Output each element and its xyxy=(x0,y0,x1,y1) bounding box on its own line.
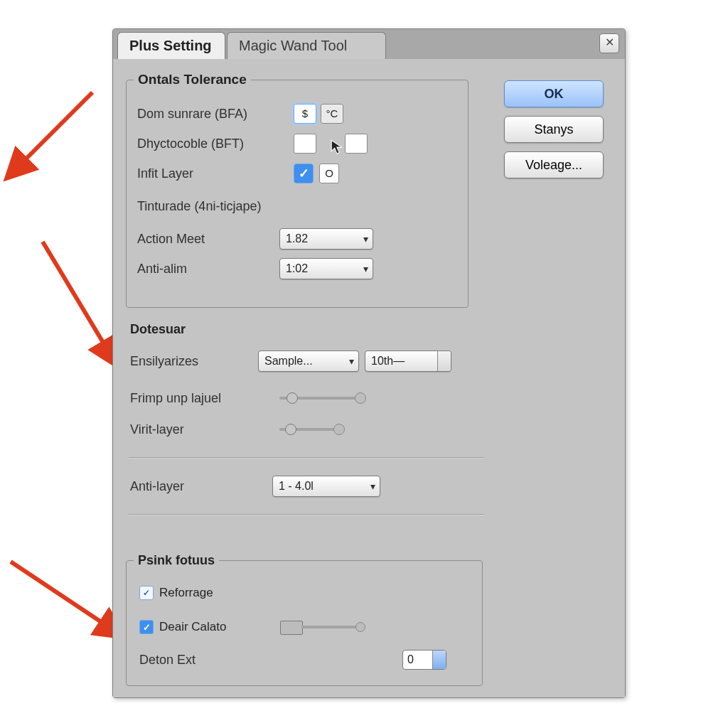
ensilyarizes-spinner-value: 10th— xyxy=(371,355,405,367)
dom-field-1[interactable]: $ xyxy=(294,104,316,124)
ontals-tolerance-legend: Ontals Tolerance xyxy=(134,72,251,87)
button-column: OK Stanys Voleage... xyxy=(504,80,611,187)
dhyct-box-left[interactable] xyxy=(294,134,316,154)
ensilyarizes-combo[interactable]: Sample... xyxy=(258,350,359,372)
deair-checkbox[interactable]: ✓ xyxy=(139,620,154,634)
dom-field-2[interactable]: °C xyxy=(321,104,343,124)
psink-fotuus-legend: Psink fotuus xyxy=(134,553,219,568)
action-meet-select[interactable]: 1.82 xyxy=(279,228,373,250)
anti-alim-select[interactable]: 1:02 xyxy=(279,258,373,279)
close-button[interactable]: ✕ xyxy=(599,33,619,53)
anti-alim-label: Anti-alim xyxy=(137,262,279,277)
voleage-button[interactable]: Voleage... xyxy=(504,151,604,178)
deton-ext-value: 0 xyxy=(407,653,414,665)
svg-line-2 xyxy=(11,562,107,626)
deton-ext-spinner[interactable]: 0 ▲▼ xyxy=(402,650,446,670)
tab-magic-wand-tool[interactable]: Magic Wand Tool xyxy=(227,32,386,60)
deair-slider[interactable] xyxy=(280,619,365,635)
tab-plus-setting[interactable]: Plus Setting xyxy=(117,32,225,60)
dotesuar-heading: Dotesuar xyxy=(130,322,186,337)
dialog-content: OK Stanys Voleage... Ontals Tolerance Do… xyxy=(113,59,625,697)
tinturade-label: Tinturade (4ni-ticjape) xyxy=(137,199,261,214)
virit-slider[interactable] xyxy=(279,422,343,437)
ensilyarizes-label: Ensilyarizes xyxy=(130,354,258,369)
ontals-tolerance-group: Ontals Tolerance Dom sunrare (BFA) $ °C … xyxy=(126,72,469,308)
divider-2 xyxy=(129,514,484,515)
deair-label: Deair Calato xyxy=(159,620,280,634)
annotation-arrow-3 xyxy=(0,555,121,640)
anti-layer-select[interactable]: 1 - 4.0l xyxy=(272,476,380,497)
deton-ext-label: Deton Ext xyxy=(139,653,402,668)
dom-sunrare-label: Dom sunrare (BFA) xyxy=(137,107,294,122)
ensilyarizes-spinner[interactable]: 10th— ▲▼ xyxy=(365,350,451,372)
annotation-arrow-2 xyxy=(14,235,121,355)
reforrage-checkbox[interactable]: ✓ xyxy=(139,586,154,600)
svg-line-1 xyxy=(43,242,107,348)
stanys-button[interactable]: Stanys xyxy=(504,116,604,143)
tab-bar: Plus Setting Magic Wand Tool ✕ xyxy=(113,29,625,59)
infit-layer-label: Infit Layer xyxy=(137,166,294,181)
dhyctocoble-label: Dhyctocoble (BFT) xyxy=(137,136,294,151)
svg-line-0 xyxy=(21,92,92,164)
ok-button[interactable]: OK xyxy=(504,80,604,107)
psink-fotuus-group: Psink fotuus ✓ Reforrage ✓ Deair Calato … xyxy=(126,553,483,686)
action-meet-label: Action Meet xyxy=(137,232,279,247)
reforrage-label: Reforrage xyxy=(159,586,213,600)
frimp-label: Frimp unp lajuel xyxy=(130,391,279,406)
infit-layer-checkbox[interactable]: ✓ xyxy=(294,164,314,183)
anti-layer-label: Anti-layer xyxy=(130,479,272,494)
infit-layer-side[interactable]: O xyxy=(319,164,339,183)
annotation-arrow-1 xyxy=(7,85,100,178)
frimp-slider[interactable] xyxy=(279,391,365,405)
virit-layer-label: Virit-layer xyxy=(130,422,279,437)
dhyct-box-right[interactable] xyxy=(345,134,368,154)
divider-1 xyxy=(129,457,484,459)
stage: Plus Setting Magic Wand Tool ✕ OK Stanys… xyxy=(0,0,728,728)
settings-dialog: Plus Setting Magic Wand Tool ✕ OK Stanys… xyxy=(112,28,626,698)
